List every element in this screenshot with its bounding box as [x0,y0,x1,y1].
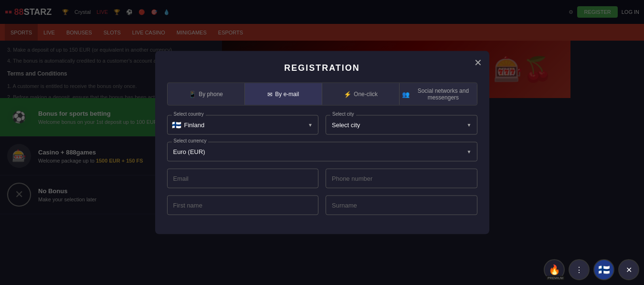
currency-row: Select currency Euro (EUR) [167,142,477,162]
modal-title: REGISTRATION [167,63,477,73]
city-group: Select city Select city [326,115,477,135]
chat-flag-button[interactable]: 🇫🇮 [593,259,614,280]
currency-select-wrapper: Euro (EUR) [167,142,477,162]
modal-close-button[interactable]: ✕ [474,57,482,68]
email-group [167,169,319,188]
phone-input[interactable] [326,169,477,188]
fire-icon: 🔥 [549,264,560,275]
name-row [167,196,477,215]
surname-group [326,196,477,215]
flag-icon: 🇫🇮 [598,264,610,275]
dots-icon: ⋮ [575,265,583,274]
country-select[interactable]: Finland [167,115,319,135]
phone-group [326,169,477,188]
currency-label: Select currency [172,138,209,143]
close-icon: ✕ [626,265,632,274]
email-tab-label: By e-mail [275,91,299,98]
city-label: Select city [330,111,356,117]
registration-modal: ✕ REGISTRATION 📱 By phone ✉ By e-mail ⚡ … [155,51,489,234]
firstname-group [167,196,319,215]
country-flag: 🇫🇮 [172,121,181,130]
social-tab-icon: 👥 [402,90,410,98]
tab-oneclick[interactable]: ⚡ One-click [322,83,400,105]
city-select-wrapper: Select city [326,115,477,135]
chat-dots-button[interactable]: ⋮ [569,259,590,280]
tab-email[interactable]: ✉ By e-mail [245,83,322,105]
oneclick-tab-icon: ⚡ [344,90,351,98]
surname-input[interactable] [326,196,477,215]
email-tab-icon: ✉ [267,90,273,98]
phone-tab-label: By phone [199,91,223,98]
tab-social[interactable]: 👥 Social networks and messengers [400,83,476,105]
chat-fire-wrapper: 🔥 PREMIUM [544,259,565,280]
currency-select[interactable]: Euro (EUR) [167,142,477,162]
oneclick-tab-label: One-click [354,91,378,98]
city-select[interactable]: Select city [326,115,477,135]
firstname-input[interactable] [167,196,319,215]
tab-phone[interactable]: 📱 By phone [168,83,245,105]
email-input[interactable] [167,169,319,188]
country-city-row: Select country 🇫🇮 Finland Select city Se… [167,115,477,135]
email-phone-row [167,169,477,188]
registration-tabs: 📱 By phone ✉ By e-mail ⚡ One-click 👥 Soc… [167,83,477,106]
premium-badge: PREMIUM [546,276,565,280]
social-tab-label: Social networks and messengers [412,88,474,101]
country-select-wrapper: 🇫🇮 Finland [167,115,319,135]
chat-close-button[interactable]: ✕ [618,259,639,280]
currency-group: Select currency Euro (EUR) [167,142,477,162]
country-group: Select country 🇫🇮 Finland [167,115,319,135]
country-label: Select country [172,111,206,117]
chat-widget: 🔥 PREMIUM ⋮ 🇫🇮 ✕ [544,259,639,280]
phone-tab-icon: 📱 [189,90,196,98]
